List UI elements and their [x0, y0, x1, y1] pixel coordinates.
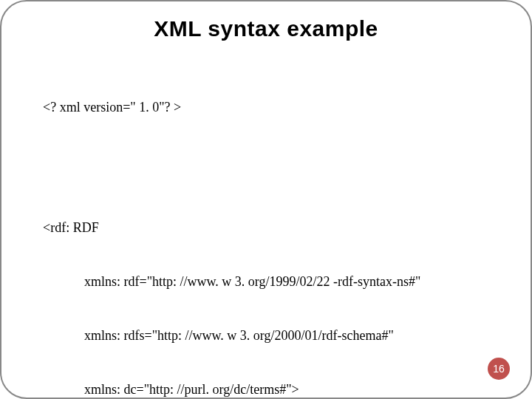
code-block: <? xml version=" 1. 0"? > <rdf: RDF xmln…: [43, 62, 489, 399]
xml-declaration: <? xml version=" 1. 0"? >: [43, 98, 489, 116]
ns-rdfs: xmlns: rdfs="http: //www. w 3. org/2000/…: [43, 327, 489, 344]
slide-frame: XML syntax example <? xml version=" 1. 0…: [0, 0, 532, 399]
page-number-badge: 16: [488, 358, 510, 380]
ns-dc: xmlns: dc="http: //purl. org/dc/terms#">: [43, 381, 489, 398]
ns-rdf: xmlns: rdf="http: //www. w 3. org/1999/0…: [43, 273, 489, 290]
slide-title: XML syntax example: [43, 16, 489, 41]
rdf-open-block: <rdf: RDF xmlns: rdf="http: //www. w 3. …: [43, 183, 489, 399]
rdf-open: <rdf: RDF: [43, 219, 489, 236]
